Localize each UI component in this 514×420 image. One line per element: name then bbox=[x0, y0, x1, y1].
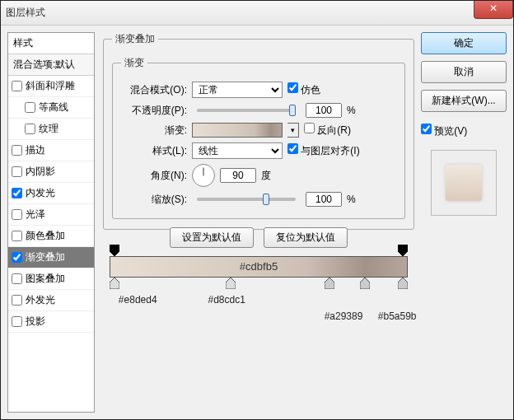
close-button[interactable]: ✕ bbox=[474, 1, 513, 19]
svg-marker-4 bbox=[325, 278, 334, 289]
style-item-label: 内阴影 bbox=[26, 165, 55, 179]
style-item-label: 图案叠加 bbox=[26, 272, 65, 286]
style-checkbox[interactable] bbox=[12, 188, 22, 198]
inner-title: 渐变 bbox=[121, 56, 147, 70]
gradient-group: 渐变 混合模式(O): 正常 仿色 不透明度(P): % 渐变: bbox=[112, 56, 405, 219]
preview-box bbox=[431, 150, 497, 216]
scale-input[interactable] bbox=[306, 192, 342, 207]
style-checkbox[interactable] bbox=[12, 209, 22, 220]
style-subheader[interactable]: 混合选项:默认 bbox=[8, 54, 94, 76]
style-item-2[interactable]: 纹理 bbox=[8, 119, 94, 140]
angle-input[interactable] bbox=[220, 168, 256, 183]
style-item-5[interactable]: 内发光 bbox=[8, 183, 94, 204]
color-stop-icon[interactable] bbox=[360, 278, 370, 289]
style-checkbox[interactable] bbox=[12, 81, 22, 91]
style-list: 样式 混合选项:默认 斜面和浮雕等高线纹理描边内阴影内发光光泽颜色叠加渐变叠加图… bbox=[7, 32, 95, 413]
gradient-overlay-group: 渐变叠加 渐变 混合模式(O): 正常 仿色 不透明度(P): % bbox=[103, 32, 414, 230]
style-item-label: 渐变叠加 bbox=[26, 250, 65, 264]
gradient-dropdown-icon[interactable]: ▾ bbox=[287, 123, 299, 138]
style-item-label: 内发光 bbox=[26, 186, 55, 200]
window-title: 图层样式 bbox=[6, 6, 45, 20]
style-item-1[interactable]: 等高线 bbox=[8, 97, 94, 119]
style-checkbox[interactable] bbox=[12, 231, 22, 241]
group-title: 渐变叠加 bbox=[112, 32, 158, 46]
pct-label: % bbox=[347, 105, 356, 116]
angle-label: 角度(N): bbox=[121, 169, 187, 183]
opacity-stop-icon[interactable] bbox=[110, 245, 119, 256]
hex-label: #b5a59b bbox=[378, 310, 417, 322]
angle-dial[interactable] bbox=[192, 164, 215, 187]
svg-marker-1 bbox=[398, 245, 408, 256]
right-column: 确定 取消 新建样式(W)... 预览(V) bbox=[421, 32, 507, 216]
dither-option[interactable]: 仿色 bbox=[287, 82, 320, 97]
hex-center-label: #cdbfb5 bbox=[110, 260, 407, 273]
style-item-label: 光泽 bbox=[26, 208, 45, 222]
style-item-label: 描边 bbox=[26, 143, 45, 157]
reverse-checkbox[interactable] bbox=[304, 123, 315, 133]
preview-option[interactable]: 预览(V) bbox=[421, 124, 507, 138]
style-checkbox[interactable] bbox=[12, 252, 22, 263]
pct-label2: % bbox=[347, 194, 356, 205]
content-area: 样式 混合选项:默认 斜面和浮雕等高线纹理描边内阴影内发光光泽颜色叠加渐变叠加图… bbox=[7, 32, 507, 413]
svg-marker-3 bbox=[226, 278, 236, 289]
color-stop-icon[interactable] bbox=[398, 278, 408, 289]
reverse-option[interactable]: 反向(R) bbox=[304, 123, 351, 138]
hex-label: #d8cdc1 bbox=[208, 294, 245, 306]
style-checkbox[interactable] bbox=[12, 316, 22, 327]
opacity-stop-icon[interactable] bbox=[398, 245, 408, 256]
hex-label: #e8ded4 bbox=[119, 294, 157, 306]
new-style-button[interactable]: 新建样式(W)... bbox=[421, 90, 507, 112]
preview-checkbox[interactable] bbox=[421, 124, 432, 134]
align-checkbox[interactable] bbox=[287, 143, 298, 154]
cancel-button[interactable]: 取消 bbox=[421, 61, 507, 83]
svg-marker-0 bbox=[110, 245, 119, 256]
blend-mode-label: 混合模式(O): bbox=[121, 83, 187, 97]
style-item-10[interactable]: 外发光 bbox=[8, 290, 94, 311]
align-option[interactable]: 与图层对齐(I) bbox=[287, 143, 360, 158]
style-checkbox[interactable] bbox=[25, 124, 35, 134]
style-item-6[interactable]: 光泽 bbox=[8, 204, 94, 226]
gradient-swatch[interactable] bbox=[192, 123, 283, 138]
style-item-label: 斜面和浮雕 bbox=[26, 79, 75, 93]
style-item-label: 颜色叠加 bbox=[26, 229, 65, 243]
dither-checkbox[interactable] bbox=[287, 82, 298, 93]
svg-marker-2 bbox=[110, 278, 119, 289]
color-stop-icon[interactable] bbox=[110, 278, 119, 289]
opacity-slider[interactable] bbox=[197, 109, 296, 112]
style-label: 样式(L): bbox=[121, 144, 187, 158]
style-checkbox[interactable] bbox=[12, 166, 22, 177]
style-item-9[interactable]: 图案叠加 bbox=[8, 268, 94, 290]
style-checkbox[interactable] bbox=[12, 145, 22, 156]
angle-unit: 度 bbox=[261, 169, 271, 183]
style-checkbox[interactable] bbox=[12, 273, 22, 284]
gradient-editor: #cdbfb5 #e8ded4#d8cdc1#a29389#b5a59b bbox=[103, 243, 414, 278]
style-item-label: 投影 bbox=[26, 315, 45, 329]
close-icon: ✕ bbox=[489, 2, 498, 14]
ok-button[interactable]: 确定 bbox=[421, 32, 507, 54]
style-item-4[interactable]: 内阴影 bbox=[8, 161, 94, 183]
style-item-label: 外发光 bbox=[26, 293, 55, 307]
gradient-bar[interactable]: #cdbfb5 bbox=[110, 256, 408, 278]
style-header[interactable]: 样式 bbox=[8, 33, 94, 54]
hex-label: #a29389 bbox=[325, 310, 363, 322]
style-item-0[interactable]: 斜面和浮雕 bbox=[8, 76, 94, 97]
style-item-3[interactable]: 描边 bbox=[8, 140, 94, 161]
style-item-label: 等高线 bbox=[39, 100, 68, 114]
style-checkbox[interactable] bbox=[12, 295, 22, 306]
style-checkbox[interactable] bbox=[25, 102, 35, 113]
style-item-8[interactable]: 渐变叠加 bbox=[8, 247, 94, 268]
style-select[interactable]: 线性 bbox=[192, 142, 283, 159]
main-panel: 渐变叠加 渐变 混合模式(O): 正常 仿色 不透明度(P): % bbox=[103, 32, 414, 413]
style-item-11[interactable]: 投影 bbox=[8, 311, 94, 333]
svg-marker-5 bbox=[360, 278, 370, 289]
blend-mode-select[interactable]: 正常 bbox=[192, 82, 283, 98]
scale-slider[interactable] bbox=[197, 198, 296, 201]
color-stop-icon[interactable] bbox=[325, 278, 334, 289]
style-item-7[interactable]: 颜色叠加 bbox=[8, 226, 94, 247]
layer-style-dialog: 图层样式 ✕ 样式 混合选项:默认 斜面和浮雕等高线纹理描边内阴影内发光光泽颜色… bbox=[0, 0, 514, 420]
gradient-label: 渐变: bbox=[121, 124, 187, 138]
style-item-label: 纹理 bbox=[39, 122, 58, 136]
preview-swatch bbox=[446, 165, 482, 201]
color-stop-icon[interactable] bbox=[226, 278, 236, 289]
opacity-input[interactable] bbox=[306, 103, 342, 118]
